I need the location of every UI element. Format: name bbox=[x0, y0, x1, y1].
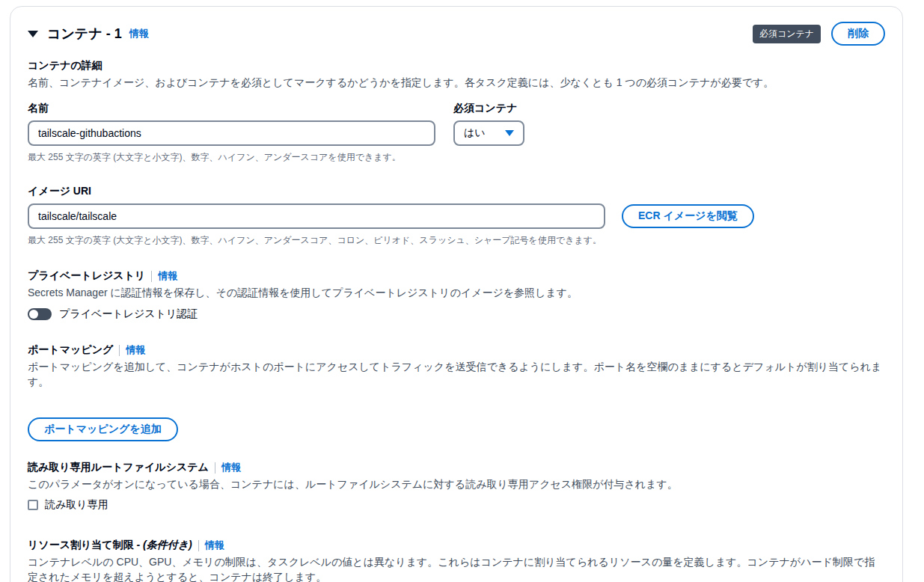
container-details-description: 名前、コンテナイメージ、およびコンテナを必須としてマークするかどうかを指定します… bbox=[28, 75, 885, 90]
readonly-root-info-link[interactable]: 情報 bbox=[221, 461, 241, 474]
divider bbox=[215, 462, 215, 474]
divider bbox=[119, 345, 120, 356]
name-constraint: 最大 255 文字の英字 (大文字と小文字)、数字、ハイフン、アンダースコアを使… bbox=[28, 151, 435, 164]
private-registry-info-link[interactable]: 情報 bbox=[158, 269, 177, 283]
essential-select[interactable]: はい bbox=[453, 120, 524, 146]
divider bbox=[151, 271, 152, 282]
name-input[interactable] bbox=[28, 120, 435, 146]
private-registry-description: Secrets Manager に認証情報を保存し、その認証情報を使用してプライ… bbox=[28, 285, 885, 300]
browse-ecr-images-button[interactable]: ECR イメージを閲覧 bbox=[622, 204, 754, 228]
readonly-root-description: このパラメータがオンになっている場合、コンテナには、ルートファイルシステムに対す… bbox=[28, 477, 885, 491]
container-details-title: コンテナの詳細 bbox=[28, 59, 103, 73]
essential-label: 必須コンテナ bbox=[453, 102, 524, 115]
private-registry-auth-toggle[interactable] bbox=[28, 308, 52, 320]
toggle-knob bbox=[29, 310, 38, 319]
port-mapping-info-link[interactable]: 情報 bbox=[126, 343, 145, 357]
container-title: コンテナ - 1 bbox=[47, 25, 122, 43]
resource-limits-info-link[interactable]: 情報 bbox=[205, 539, 224, 552]
image-uri-label: イメージ URI bbox=[28, 185, 885, 198]
resource-limits-title-suffix: - (条件付き) bbox=[137, 539, 192, 551]
section-container-details: コンテナの詳細 名前、コンテナイメージ、およびコンテナを必須としてマークするかど… bbox=[28, 59, 885, 247]
section-readonly-root-filesystem: 読み取り専用ルートファイルシステム 情報 このパラメータがオンになっている場合、… bbox=[28, 461, 885, 512]
port-mapping-description: ポートマッピングを追加して、コンテナがホストのポートにアクセスしてトラフィックを… bbox=[28, 359, 885, 389]
resource-limits-title: リソース割り当て制限 bbox=[28, 539, 134, 551]
delete-button[interactable]: 削除 bbox=[831, 22, 885, 46]
resource-limits-description: コンテナレベルの CPU、GPU、メモリの制限は、タスクレベルの値とは異なります… bbox=[28, 554, 885, 582]
section-port-mapping: ポートマッピング 情報 ポートマッピングを追加して、コンテナがホストのポートにア… bbox=[28, 343, 885, 441]
collapse-caret-icon[interactable] bbox=[28, 31, 38, 37]
container-section-card: コンテナ - 1 情報 必須コンテナ 削除 コンテナの詳細 名前、コンテナイメー… bbox=[10, 6, 903, 582]
divider bbox=[198, 540, 199, 551]
readonly-checkbox-label: 読み取り専用 bbox=[45, 498, 108, 512]
section-resource-limits: リソース割り当て制限 - (条件付き) 情報 コンテナレベルの CPU、GPU、… bbox=[28, 539, 885, 582]
add-port-mapping-button[interactable]: ポートマッピングを追加 bbox=[28, 417, 178, 441]
container-header: コンテナ - 1 情報 必須コンテナ 削除 bbox=[28, 22, 885, 46]
essential-container-badge: 必須コンテナ bbox=[753, 25, 821, 43]
port-mapping-title: ポートマッピング bbox=[28, 343, 113, 357]
private-registry-title: プライベートレジストリ bbox=[28, 269, 145, 283]
image-uri-input[interactable] bbox=[28, 203, 605, 229]
image-uri-constraint: 最大 255 文字の英字 (大文字と小文字)、数字、ハイフン、アンダースコア、コ… bbox=[28, 234, 885, 247]
name-label: 名前 bbox=[28, 102, 435, 115]
essential-select-value: はい bbox=[464, 126, 486, 140]
section-private-registry: プライベートレジストリ 情報 Secrets Manager に認証情報を保存し… bbox=[28, 269, 885, 321]
readonly-checkbox[interactable] bbox=[28, 500, 38, 510]
container-info-link[interactable]: 情報 bbox=[129, 27, 149, 40]
private-registry-auth-toggle-label: プライベートレジストリ認証 bbox=[59, 307, 198, 321]
chevron-down-icon bbox=[505, 130, 514, 136]
readonly-root-title: 読み取り専用ルートファイルシステム bbox=[28, 461, 209, 474]
